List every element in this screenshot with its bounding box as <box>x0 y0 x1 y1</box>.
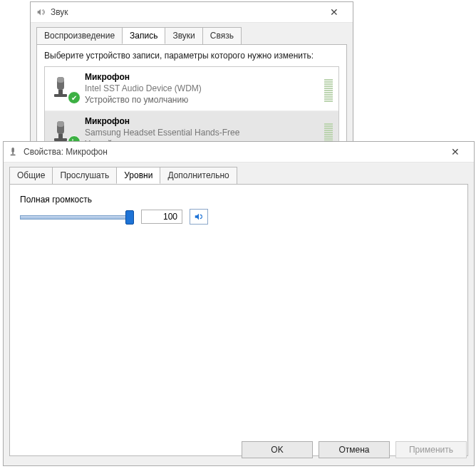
svg-rect-3 <box>54 94 67 97</box>
apply-button[interactable]: Применить <box>395 441 467 458</box>
dialog-buttons: OK Отмена Применить <box>242 441 467 458</box>
svg-rect-9 <box>12 153 14 155</box>
device-row[interactable]: ✔ Микрофон Intel SST Audio Device (WDM) … <box>45 67 338 111</box>
sound-title: Звук <box>51 7 320 17</box>
tab-general[interactable]: Общие <box>9 167 53 184</box>
instruction-text: Выберите устройство записи, параметры ко… <box>44 51 339 61</box>
svg-rect-10 <box>11 155 16 156</box>
speaker-icon <box>194 212 204 222</box>
microphone-icon <box>8 146 19 158</box>
microphone-icon: ✔ <box>51 74 79 103</box>
svg-rect-5 <box>57 121 64 127</box>
device-driver: Intel SST Audio Device (WDM) <box>85 83 320 94</box>
sound-tabs: Воспроизведение Запись Звуки Связь <box>31 23 353 44</box>
tab-levels[interactable]: Уровни <box>116 167 160 184</box>
properties-title: Свойства: Микрофон <box>24 147 441 157</box>
cancel-button[interactable]: Отмена <box>319 441 390 458</box>
device-driver: Samsung Headset Essential Hands-Free <box>85 127 320 138</box>
close-button[interactable]: ✕ <box>320 6 348 18</box>
levels-tab-page: Полная громкость 100 <box>9 184 468 456</box>
svg-rect-1 <box>57 77 64 83</box>
tab-sounds[interactable]: Звуки <box>165 27 202 44</box>
tab-recording[interactable]: Запись <box>122 27 165 44</box>
ok-button[interactable]: OK <box>242 441 313 458</box>
mute-button[interactable] <box>190 209 208 225</box>
volume-value[interactable]: 100 <box>141 210 182 224</box>
tab-communications[interactable]: Связь <box>202 27 242 44</box>
device-role: Устройство по умолчанию <box>85 94 320 105</box>
properties-dialog: Свойства: Микрофон ✕ Общие Прослушать Ур… <box>3 141 475 466</box>
properties-tabs: Общие Прослушать Уровни Дополнительно <box>4 163 474 184</box>
tab-advanced[interactable]: Дополнительно <box>160 167 237 184</box>
close-button[interactable]: ✕ <box>441 146 470 158</box>
tab-playback[interactable]: Воспроизведение <box>36 27 123 44</box>
properties-titlebar: Свойства: Микрофон ✕ <box>4 142 474 163</box>
tab-listen[interactable]: Прослушать <box>52 167 117 184</box>
svg-rect-8 <box>11 148 14 153</box>
device-name: Микрофон <box>85 115 320 127</box>
volume-slider[interactable] <box>20 210 134 223</box>
svg-rect-6 <box>58 134 63 138</box>
device-name: Микрофон <box>85 71 320 83</box>
volume-label: Полная громкость <box>20 195 457 205</box>
svg-rect-2 <box>58 90 63 94</box>
sound-titlebar: Звук ✕ <box>31 2 353 23</box>
speaker-icon <box>35 6 46 18</box>
level-meter <box>324 75 333 102</box>
